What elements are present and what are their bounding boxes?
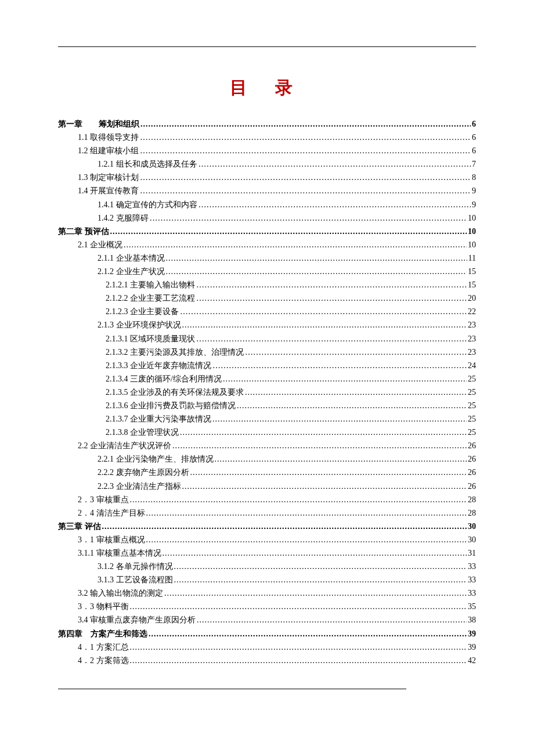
- toc-entry-label: 1.1 取得领导支持: [78, 131, 139, 144]
- toc-entry: 3．3 物料平衡35: [58, 600, 476, 613]
- toc-entry: 2．3 审核重点28: [58, 493, 476, 506]
- toc-entry-page: 33: [468, 560, 476, 573]
- toc-leader-dots: [182, 318, 467, 332]
- toc-entry: 2.2.1 企业污染物产生、排放情况26: [58, 452, 476, 466]
- toc-leader-dots: [146, 533, 467, 546]
- toc-entry-page: 6: [472, 131, 476, 144]
- toc-leader-dots: [172, 439, 467, 452]
- toc-entry: 2.2 企业清洁生产状况评价26: [58, 439, 476, 452]
- toc-entry: 1.4.1 确定宣传的方式和内容9: [58, 198, 476, 211]
- toc-leader-dots: [212, 359, 467, 372]
- toc-entry-page: 28: [468, 493, 476, 506]
- toc-entry-page: 23: [468, 318, 476, 332]
- toc-leader-dots: [223, 372, 467, 386]
- toc-leader-dots: [237, 399, 467, 412]
- toc-entry: 2.1.3 企业环境保护状况23: [58, 318, 476, 332]
- toc-entry-page: 11: [468, 251, 476, 265]
- toc-leader-dots: [130, 600, 467, 613]
- toc-entry: 3.2 输入输出物流的测定33: [58, 586, 476, 600]
- toc-entry: 2.1.3.8 企业管理状况25: [58, 426, 476, 439]
- toc-entry: 1.4.2 克服障碍10: [58, 211, 476, 225]
- top-rule: [58, 46, 476, 47]
- toc-leader-dots: [199, 198, 471, 211]
- toc-entry-page: 6: [472, 144, 476, 157]
- toc-entry-page: 33: [468, 573, 476, 586]
- toc-entry: 2．4 清洁生产目标28: [58, 506, 476, 520]
- toc-leader-dots: [190, 466, 467, 479]
- toc-entry-page: 42: [468, 654, 476, 667]
- toc-entry: 3.1.3 工艺设备流程图33: [58, 573, 476, 586]
- toc-entry-label: 4．2 方案筛选: [78, 654, 129, 667]
- toc-entry-page: 8: [472, 171, 476, 184]
- toc-entry: 2.1.3.6 企业排污费及罚款与赔偿情况25: [58, 399, 476, 412]
- toc-entry-page: 10: [468, 225, 476, 238]
- toc-entry-label: 第三章 评估: [58, 520, 101, 533]
- toc-entry-label: 第四章 方案产生和筛选: [58, 627, 147, 640]
- toc-entry: 2.1.2.2 企业主要工艺流程20: [58, 291, 476, 305]
- toc-entry-page: 26: [468, 439, 476, 452]
- toc-entry-label: 2.1.2.3 企业主要设备: [106, 305, 179, 318]
- toc-entry-label: 3.1.1 审核重点基本情况: [78, 546, 161, 560]
- toc-entry: 2.1.3.5 企业涉及的有关环保法规及要求25: [58, 386, 476, 399]
- toc-entry-label: 3.2 输入输出物流的测定: [78, 586, 163, 600]
- toc-entry: 2.1.3.3 企业近年废弃物流情况24: [58, 359, 476, 372]
- toc-leader-dots: [182, 480, 467, 493]
- toc-leader-dots: [174, 560, 467, 573]
- toc-entry: 1.4 开展宣传教育9: [58, 184, 476, 197]
- toc-entry-label: 3.4 审核重点废弃物产生原因分析: [78, 613, 196, 627]
- toc-entry: 3.1.1 审核重点基本情况31: [58, 546, 476, 560]
- toc-leader-dots: [163, 546, 467, 560]
- toc-leader-dots: [166, 251, 467, 265]
- toc-entry-page: 23: [468, 345, 476, 359]
- toc-leader-dots: [180, 426, 467, 439]
- toc-entry-label: 2.1.3.7 企业重大污染事故情况: [106, 412, 211, 426]
- toc-entry-page: 9: [472, 184, 476, 197]
- toc-entry-label: 2.1.3.2 主要污染源及其排放、治理情况: [106, 345, 244, 359]
- toc-entry: 2.2.2 废弃物产生原因分析26: [58, 466, 476, 479]
- toc-entry-page: 26: [468, 466, 476, 479]
- toc-entry: 1.2.1 组长和成员选择及任务7: [58, 157, 476, 171]
- toc-entry: 2.1.1 企业基本情况11: [58, 251, 476, 265]
- toc-entry-label: 1.4.2 克服障碍: [98, 211, 149, 225]
- toc-leader-dots: [124, 238, 467, 251]
- toc-entry-label: 1.4.1 确定宣传的方式和内容: [98, 198, 197, 211]
- toc-entry-label: 第二章 预评估: [58, 225, 109, 238]
- toc-entry-label: 2.1 企业概况: [78, 238, 122, 251]
- toc-entry-page: 25: [468, 426, 476, 439]
- toc-entry-page: 30: [468, 533, 476, 546]
- toc-entry-label: 2.1.3.3 企业近年废弃物流情况: [106, 359, 211, 372]
- toc-entry-label: 3.1.2 各单元操作情况: [98, 560, 173, 573]
- toc-entry-label: 1.2 组建审核小组: [78, 144, 139, 157]
- toc-leader-dots: [140, 131, 471, 144]
- toc-entry-page: 7: [472, 157, 476, 171]
- toc-entry-page: 39: [468, 640, 476, 654]
- toc-entry-label: 1.4 开展宣传教育: [78, 184, 139, 197]
- toc-leader-dots: [130, 654, 467, 667]
- toc-entry-label: 1.3 制定审核计划: [78, 171, 139, 184]
- toc-leader-dots: [140, 117, 471, 131]
- toc-entry-page: 10: [468, 211, 476, 225]
- toc-entry-page: 9: [472, 198, 476, 211]
- toc-entry: 第四章 方案产生和筛选39: [58, 627, 476, 640]
- toc-entry-label: 2.2.2 废弃物产生原因分析: [98, 466, 189, 479]
- toc-leader-dots: [140, 144, 471, 157]
- toc-entry-label: 3.1.3 工艺设备流程图: [98, 573, 173, 586]
- toc-entry-page: 26: [468, 452, 476, 466]
- toc-entry-page: 6: [472, 117, 476, 131]
- toc-leader-dots: [130, 640, 467, 654]
- toc-entry-label: 2.1.3.6 企业排污费及罚款与赔偿情况: [106, 399, 236, 412]
- toc-entry-label: 4．1 方案汇总: [78, 640, 129, 654]
- toc-entry-label: 2.1.3.8 企业管理状况: [106, 426, 179, 439]
- toc-entry-page: 24: [468, 359, 476, 372]
- toc-entry: 2.1.2.1 主要输入输出物料15: [58, 278, 476, 291]
- toc-entry-label: 3．1 审核重点概况: [78, 533, 145, 546]
- toc-entry-label: 2．3 审核重点: [78, 493, 129, 506]
- toc-entry: 3.4 审核重点废弃物产生原因分析38: [58, 613, 476, 627]
- toc-entry: 2.1.2 企业生产状况15: [58, 265, 476, 278]
- toc-entry: 1.2 组建审核小组6: [58, 144, 476, 157]
- toc-leader-dots: [199, 157, 471, 171]
- toc-entry-label: 2.2.3 企业清洁生产指标: [98, 480, 181, 493]
- toc-entry-label: 2.1.2 企业生产状况: [98, 265, 165, 278]
- toc-leader-dots: [196, 332, 467, 345]
- toc-entry: 2.1.2.3 企业主要设备22: [58, 305, 476, 318]
